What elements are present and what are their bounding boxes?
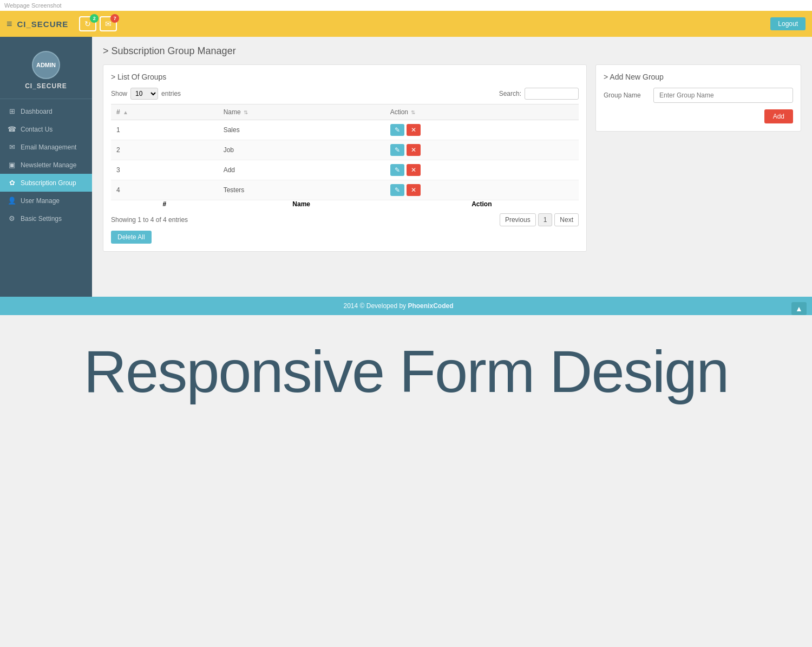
row-actions: ✎ ✕ [385,160,579,180]
row-actions: ✎ ✕ [385,140,579,160]
sidebar-item-label: Newsletter Manage [21,161,76,169]
row-name: Testers [218,180,385,200]
footer: 2014 © Developed by PhoenixCoded ▲ [0,297,812,315]
current-page: 1 [538,213,553,226]
showing-text: Showing 1 to 4 of 4 entries [111,216,188,224]
sidebar-item-label: Subscription Group [21,179,76,187]
navbar: ≡ CI_SECURE ↻ 2 ✉ 7 Logout [0,11,812,37]
sidebar-item-dashboard[interactable]: ⊞ Dashboard [0,102,92,120]
footer-copyright: 2014 © Developed by PhoenixCoded [344,302,454,310]
email-icon: ✉ [8,143,16,151]
sidebar-divider [0,99,92,99]
edit-button[interactable]: ✎ [390,144,404,156]
col-footer-name: Name [218,200,385,208]
big-text: Responsive Form Design [0,315,812,438]
subscription-icon: ✿ [8,179,16,187]
sidebar-item-user-manage[interactable]: 👤 User Manage [0,192,92,210]
delete-button[interactable]: ✕ [407,144,421,156]
sidebar-item-basic-settings[interactable]: ⚙ Basic Settings [0,210,92,227]
show-entries: Show 10 25 50 100 entries [111,88,181,100]
refresh-badge: 2 [90,14,99,23]
sidebar-user: ADMIN CI_SECURE [0,42,92,95]
col-header-number: # ▲ [111,104,218,120]
webpage-screenshot-label: Webpage Screenshot [0,0,812,11]
row-actions: ✎ ✕ [385,180,579,200]
dashboard-icon: ⊞ [8,107,16,115]
previous-button[interactable]: Previous [500,213,536,226]
navbar-icons: ↻ 2 ✉ 7 [79,16,117,31]
add-panel-title: > Add New Group [604,73,793,81]
brand: ≡ CI_SECURE [6,18,68,30]
sidebar-item-label: Basic Settings [21,215,62,223]
menu-icon[interactable]: ≡ [6,18,13,30]
delete-button[interactable]: ✕ [407,184,421,196]
row-name: Job [218,140,385,160]
avatar: ADMIN [32,51,60,79]
settings-icon: ⚙ [8,214,16,223]
add-button[interactable]: Add [764,109,793,123]
table-controls: Show 10 25 50 100 entries Search: [111,88,579,100]
sidebar-item-label: Dashboard [21,108,53,115]
group-name-input[interactable] [653,88,793,103]
sidebar-item-label: Email Management [21,143,76,151]
list-panel-title: > List Of Groups [111,73,579,81]
search-input[interactable] [525,88,579,100]
group-name-label: Group Name [604,92,647,99]
row-id: 3 [111,160,218,180]
search-box: Search: [499,88,579,100]
delete-all-button[interactable]: Delete All [111,231,152,244]
table-row: 1 Sales ✎ ✕ [111,120,579,140]
row-id: 1 [111,120,218,140]
entries-select[interactable]: 10 25 50 100 [130,88,158,100]
sidebar-username: CI_SECURE [5,82,87,90]
row-name: Sales [218,120,385,140]
user-icon: 👤 [8,197,16,205]
delete-button[interactable]: ✕ [407,124,421,136]
table-row: 2 Job ✎ ✕ [111,140,579,160]
row-id: 4 [111,180,218,200]
sidebar-item-email-management[interactable]: ✉ Email Management [0,138,92,156]
col-footer-action: Action [385,200,579,208]
sidebar-item-label: Contact Us [21,126,53,133]
row-id: 2 [111,140,218,160]
list-panel: > List Of Groups Show 10 25 50 100 entri… [103,64,587,252]
newsletter-icon: ▣ [8,161,16,169]
back-to-top-button[interactable]: ▲ [791,302,807,315]
table-row: 3 Add ✎ ✕ [111,160,579,180]
logout-button[interactable]: Logout [770,17,806,30]
pagination: Previous 1 Next [500,213,579,226]
envelope-badge: 7 [110,14,119,23]
sidebar-item-subscription-group[interactable]: ✿ Subscription Group [0,174,92,192]
table-row: 4 Testers ✎ ✕ [111,180,579,200]
edit-button[interactable]: ✎ [390,124,404,136]
groups-table: # ▲ Name ⇅ Action ⇅ 1 Sales ✎ ✕ 2 Job ✎ [111,104,579,208]
group-name-row: Group Name [604,88,793,103]
next-button[interactable]: Next [554,213,579,226]
content-row: > List Of Groups Show 10 25 50 100 entri… [103,64,801,252]
row-name: Add [218,160,385,180]
col-header-name: Name ⇅ [218,104,385,120]
page-title: > Subscription Group Manager [103,45,801,57]
sidebar-item-label: User Manage [21,197,60,205]
refresh-button[interactable]: ↻ 2 [79,16,96,31]
sidebar: ADMIN CI_SECURE ⊞ Dashboard ☎ Contact Us… [0,37,92,297]
envelope-button[interactable]: ✉ 7 [100,16,117,31]
edit-button[interactable]: ✎ [390,164,404,176]
main-content: > Subscription Group Manager > List Of G… [92,37,812,297]
brand-name: CI_SECURE [17,19,69,29]
edit-button[interactable]: ✎ [390,184,404,196]
delete-button[interactable]: ✕ [407,164,421,176]
sidebar-item-contact-us[interactable]: ☎ Contact Us [0,120,92,138]
layout: ADMIN CI_SECURE ⊞ Dashboard ☎ Contact Us… [0,37,812,297]
sidebar-item-newsletter-manage[interactable]: ▣ Newsletter Manage [0,156,92,174]
footer-brand-link[interactable]: PhoenixCoded [408,302,453,310]
col-header-action: Action ⇅ [385,104,579,120]
row-actions: ✎ ✕ [385,120,579,140]
contact-icon: ☎ [8,125,16,133]
add-panel: > Add New Group Group Name Add [595,64,801,132]
table-footer: Showing 1 to 4 of 4 entries Previous 1 N… [111,213,579,226]
col-footer-number: # [111,200,218,208]
